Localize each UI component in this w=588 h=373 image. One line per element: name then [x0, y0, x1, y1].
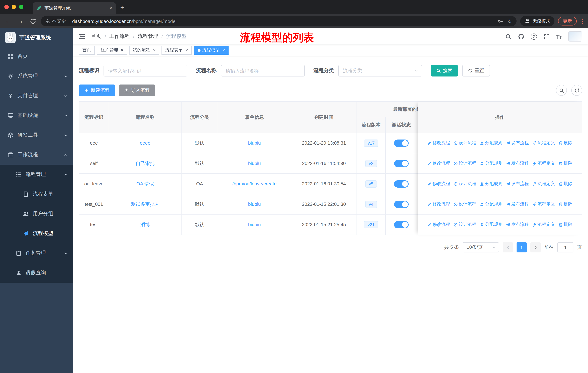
sidebar-item-process-management[interactable]: 流程管理	[0, 165, 73, 184]
page-size-select[interactable]: 10条/页	[462, 242, 499, 252]
publish-process-link[interactable]: 发布流程	[506, 201, 529, 207]
publish-process-link[interactable]: 发布流程	[506, 222, 529, 228]
form-info-link[interactable]: /bpm/oa/leave/create	[232, 181, 277, 186]
process-name-link[interactable]: eeee	[140, 140, 150, 146]
design-process-link[interactable]: 设计流程	[453, 201, 476, 207]
process-name-input[interactable]	[221, 65, 305, 77]
user-avatar[interactable]	[568, 31, 582, 41]
browser-menu-icon[interactable]	[580, 19, 584, 24]
sidebar-item-workflow[interactable]: 工作流程	[0, 145, 73, 165]
design-process-link[interactable]: 设计流程	[453, 181, 476, 187]
forward-button[interactable]: →	[16, 18, 25, 24]
active-toggle[interactable]	[394, 221, 409, 228]
password-key-icon[interactable]	[497, 18, 503, 24]
process-name-link[interactable]: OA 请假	[136, 181, 154, 186]
delete-link[interactable]: 删除	[558, 160, 573, 166]
close-window-button[interactable]	[4, 5, 9, 9]
browser-tab[interactable]: 芋道管理系统 ×	[33, 2, 116, 14]
delete-link[interactable]: 删除	[558, 201, 573, 207]
tags-view-item[interactable]: 流程模型×	[194, 46, 229, 54]
sidebar-item-dev-tools[interactable]: 研发工具	[0, 125, 73, 145]
sidebar-item-system-management[interactable]: 系统管理	[0, 66, 73, 86]
assign-rules-link[interactable]: 分配规则	[480, 222, 503, 228]
tag-close-icon[interactable]: ×	[185, 48, 188, 52]
sidebar-item-home[interactable]: 首页	[0, 47, 73, 66]
toggle-search-button[interactable]	[556, 85, 567, 96]
tags-view-item[interactable]: 租户管理×	[97, 46, 127, 54]
process-name-link[interactable]: 滔博	[140, 222, 150, 227]
active-toggle[interactable]	[394, 139, 409, 147]
search-icon[interactable]	[505, 33, 511, 40]
refresh-table-button[interactable]	[571, 85, 582, 96]
next-page-button[interactable]	[530, 242, 541, 252]
create-process-button[interactable]: 新建流程	[79, 84, 115, 96]
modify-process-link[interactable]: 修改流程	[427, 140, 450, 146]
process-name-link[interactable]: 测试多审批人	[131, 201, 159, 207]
publish-process-link[interactable]: 发布流程	[506, 160, 529, 166]
tab-close-icon[interactable]: ×	[109, 5, 112, 10]
assign-rules-link[interactable]: 分配规则	[480, 140, 503, 146]
form-info-link[interactable]: biubiu	[248, 140, 261, 146]
modify-process-link[interactable]: 修改流程	[427, 160, 450, 166]
bookmark-star-icon[interactable]: ☆	[507, 18, 512, 24]
process-definition-link[interactable]: 流程定义	[532, 140, 555, 146]
sidebar-item-task-management[interactable]: 任务管理	[0, 243, 73, 263]
back-button[interactable]: ←	[4, 18, 12, 24]
modify-process-link[interactable]: 修改流程	[427, 201, 450, 207]
help-icon[interactable]: ?	[531, 33, 537, 40]
new-tab-button[interactable]: +	[120, 4, 124, 14]
sidebar-item-process-model[interactable]: 流程模型	[0, 224, 73, 243]
design-process-link[interactable]: 设计流程	[453, 160, 476, 166]
publish-process-link[interactable]: 发布流程	[506, 140, 529, 146]
process-name-link[interactable]: 自己审批	[136, 161, 155, 166]
delete-link[interactable]: 删除	[558, 140, 573, 146]
process-definition-link[interactable]: 流程定义	[532, 160, 555, 166]
process-definition-link[interactable]: 流程定义	[532, 201, 555, 207]
form-info-link[interactable]: biubiu	[248, 222, 261, 227]
tag-close-icon[interactable]: ×	[153, 48, 156, 52]
sidebar-item-process-form[interactable]: 流程表单	[0, 184, 73, 204]
modify-process-link[interactable]: 修改流程	[427, 181, 450, 187]
search-button[interactable]: 搜索	[431, 65, 458, 77]
github-icon[interactable]	[518, 33, 524, 40]
delete-link[interactable]: 删除	[558, 181, 573, 187]
delete-link[interactable]: 删除	[558, 222, 573, 228]
process-key-input[interactable]	[104, 65, 187, 77]
sidebar-item-user-group[interactable]: 用户分组	[0, 204, 73, 224]
publish-process-link[interactable]: 发布流程	[506, 181, 529, 187]
sidebar-item-infrastructure[interactable]: 基础设施	[0, 106, 73, 125]
fullscreen-icon[interactable]	[543, 33, 550, 40]
import-process-button[interactable]: 导入流程	[119, 84, 155, 96]
assign-rules-link[interactable]: 分配规则	[480, 160, 503, 166]
active-toggle[interactable]	[394, 201, 409, 208]
tag-close-icon[interactable]: ×	[222, 48, 225, 52]
tags-view-item[interactable]: 首页	[79, 46, 95, 54]
sidebar-item-payment-management[interactable]: ¥支付管理	[0, 86, 73, 106]
reload-button[interactable]	[28, 18, 37, 24]
breadcrumb-item[interactable]: 流程管理	[138, 33, 158, 40]
tags-view-item[interactable]: 流程表单×	[161, 46, 192, 54]
collapse-sidebar-icon[interactable]	[79, 33, 85, 40]
update-button[interactable]: 更新	[558, 17, 577, 26]
assign-rules-link[interactable]: 分配规则	[480, 201, 503, 207]
process-definition-link[interactable]: 流程定义	[532, 181, 555, 187]
sidebar-item-leave-query[interactable]: 请假查询	[0, 263, 73, 283]
form-info-link[interactable]: biubiu	[248, 161, 261, 166]
breadcrumb-item[interactable]: 首页	[91, 33, 101, 40]
reset-button[interactable]: 重置	[462, 65, 490, 77]
address-bar[interactable]: 不安全 dashboard.yudao.iocoder.cn/bpm/manag…	[41, 16, 516, 26]
modify-process-link[interactable]: 修改流程	[427, 222, 450, 228]
page-number-button[interactable]: 1	[516, 242, 527, 252]
maximize-window-button[interactable]	[19, 5, 23, 9]
process-category-select[interactable]: 流程分类	[338, 65, 422, 77]
design-process-link[interactable]: 设计流程	[453, 140, 476, 146]
active-toggle[interactable]	[394, 160, 409, 167]
active-toggle[interactable]	[394, 180, 409, 187]
tag-close-icon[interactable]: ×	[121, 48, 123, 52]
assign-rules-link[interactable]: 分配规则	[480, 181, 503, 187]
minimize-window-button[interactable]	[12, 5, 16, 9]
font-size-icon[interactable]: TT	[556, 33, 562, 40]
tags-view-item[interactable]: 我的流程×	[129, 46, 159, 54]
design-process-link[interactable]: 设计流程	[453, 222, 476, 228]
prev-page-button[interactable]	[503, 242, 513, 252]
